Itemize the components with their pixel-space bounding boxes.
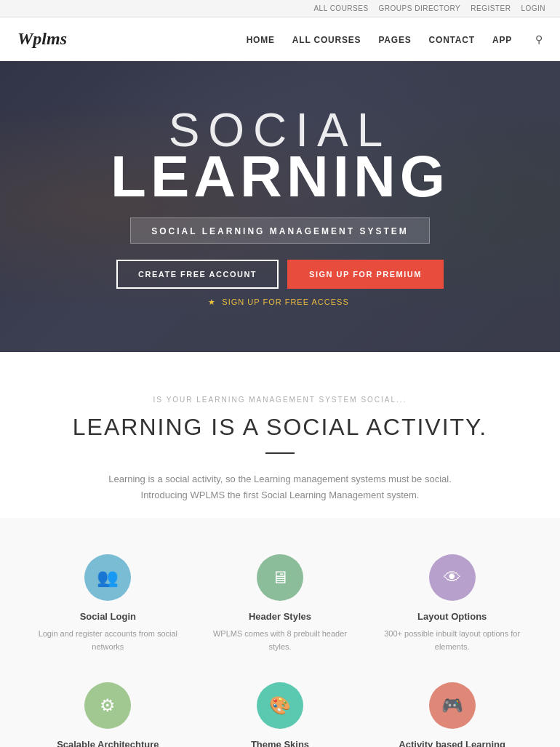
feature-icon-layout-options: 👁 (429, 554, 476, 601)
hero-subtitle-text: SOCIAL LEARNING MANAGEMENT SYSTEM (151, 226, 408, 236)
nav-links: Home All Courses Pages Contact App ⚲ (247, 33, 543, 46)
feature-title-social-login: Social Login (29, 611, 187, 622)
feature-item-header-styles: 🖥Header StylesWPLMS comes with 8 prebuil… (201, 554, 359, 653)
feature-item-scalable-architecture: ⚙Scalable ArchitechtureUsed by top globa… (29, 682, 187, 747)
hero-free-access[interactable]: ★ SIGN UP FOR FREE ACCESS (111, 297, 449, 307)
sign-up-premium-button[interactable]: SIGN UP FOR PREMIUM (287, 260, 444, 289)
feature-desc-social-login: Login and register accounts from social … (29, 628, 187, 653)
hero-subtitle-bar: SOCIAL LEARNING MANAGEMENT SYSTEM (130, 217, 429, 244)
free-access-text: SIGN UP FOR FREE ACCESS (222, 297, 348, 306)
feature-title-layout-options: Layout Options (373, 611, 531, 622)
feature-desc-layout-options: 300+ possible inbuilt layout options for… (373, 628, 531, 653)
section-eyebrow: IS YOUR LEARNING MANAGEMENT SYSTEM SOCIA… (29, 396, 531, 404)
features-grid: 👥Social LoginLogin and register accounts… (0, 518, 560, 747)
nav-contact[interactable]: Contact (429, 35, 475, 45)
feature-desc-header-styles: WPLMS comes with 8 prebuilt header style… (201, 628, 359, 653)
feature-icon-scalable-architecture: ⚙ (84, 682, 131, 729)
star-icon: ★ (208, 297, 216, 306)
section-divider (265, 452, 295, 454)
hero-content: SOCIAL LEARNING SOCIAL LEARNING MANAGEME… (111, 107, 449, 307)
feature-icon-social-login: 👥 (84, 554, 131, 601)
nav-app[interactable]: App (492, 35, 512, 45)
top-bar: All Courses Groups Directory Register Lo… (0, 0, 560, 17)
search-icon[interactable]: ⚲ (535, 33, 543, 45)
topbar-login[interactable]: Login (521, 4, 545, 12)
feature-icon-activity-learning: 🎮 (429, 682, 476, 729)
description-line1: Learning is a social activity, so the Le… (108, 474, 452, 484)
topbar-all-courses[interactable]: All Courses (313, 4, 368, 12)
topbar-register[interactable]: Register (471, 4, 511, 12)
feature-item-layout-options: 👁Layout Options300+ possible inbuilt lay… (373, 554, 531, 653)
section-description: Learning is a social activity, so the Le… (105, 471, 455, 503)
topbar-groups-directory[interactable]: Groups Directory (379, 4, 461, 12)
description-line2: Introducing WPLMS the first Social Learn… (141, 490, 420, 500)
feature-title-scalable-architecture: Scalable Architechture (29, 739, 187, 747)
hero-buttons: CREATE FREE ACCOUNT SIGN UP FOR PREMIUM (111, 260, 449, 289)
feature-icon-header-styles: 🖥 (257, 554, 303, 601)
feature-title-theme-skins: Theme Skins (201, 739, 359, 747)
nav-pages[interactable]: Pages (378, 35, 411, 45)
feature-item-activity-learning: 🎮Activity based LearningActivity recordi… (373, 682, 531, 747)
create-free-account-button[interactable]: CREATE FREE ACCOUNT (116, 260, 279, 289)
feature-title-activity-learning: Activity based Learning (373, 739, 531, 747)
feature-item-theme-skins: 🎨Theme SkinsThe theme comes packaged wit… (201, 682, 359, 747)
nav-home[interactable]: Home (247, 35, 275, 45)
hero-title-learning: LEARNING (111, 148, 449, 206)
nav-all-courses[interactable]: All Courses (292, 35, 361, 45)
feature-icon-theme-skins: 🎨 (257, 682, 303, 729)
section-title: LEARNING IS A SOCIAL ACTIVITY. (29, 414, 531, 441)
hero-section: SOCIAL LEARNING SOCIAL LEARNING MANAGEME… (0, 61, 560, 352)
main-nav: Wplms Home All Courses Pages Contact App… (0, 17, 560, 61)
feature-title-header-styles: Header Styles (201, 611, 359, 622)
feature-item-social-login: 👥Social LoginLogin and register accounts… (29, 554, 187, 653)
logo: Wplms (17, 29, 247, 49)
social-activity-section: IS YOUR LEARNING MANAGEMENT SYSTEM SOCIA… (0, 352, 560, 518)
